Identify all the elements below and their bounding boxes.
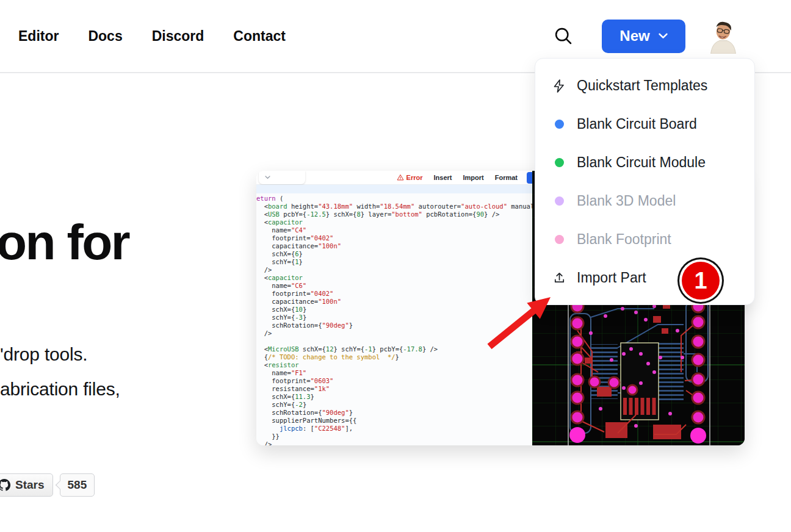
code-line: schY={1} [256, 258, 532, 266]
import-button[interactable]: Import [463, 174, 483, 181]
code-lines[interactable]: eturn ( <board height="43.18mm" width="1… [256, 195, 532, 445]
pink-dot-icon [555, 235, 564, 244]
github-stars-label: Stars [15, 478, 45, 492]
code-line: /> [256, 329, 532, 337]
menu-item-label: Blank 3D Model [577, 193, 676, 209]
github-icon [0, 478, 11, 492]
hero-body-line-2: abrication files, [0, 372, 120, 406]
menu-item-label: Blank Circuit Module [577, 154, 706, 171]
hero-heading-fragment: on for [0, 214, 129, 271]
menu-item-label: Quickstart Templates [577, 77, 707, 94]
menu-item-label: Blank Circuit Board [577, 116, 697, 132]
tab-chevron-icon [265, 176, 270, 179]
run-button-sliver[interactable] [527, 172, 532, 184]
code-line: capacitance="100n" [256, 242, 532, 250]
github-star-count[interactable]: 585 [60, 473, 95, 497]
nav-right-group: New [553, 19, 791, 54]
upload-icon [551, 270, 567, 286]
menu-item-blank-footprint[interactable]: Blank Footprint [535, 220, 754, 259]
code-line: /> [256, 266, 532, 274]
hero-body-text: 'drop tools. abrication files, [0, 337, 120, 406]
new-button-label: New [619, 27, 649, 45]
new-dropdown-menu: Quickstart Templates Blank Circuit Board… [535, 58, 755, 305]
search-icon [554, 26, 573, 46]
hero-body-line-1: 'drop tools. [0, 337, 120, 372]
menu-item-label: Blank Footprint [577, 231, 671, 248]
editor-highlight-band [256, 185, 532, 193]
nav-item-docs[interactable]: Docs [88, 28, 122, 45]
code-line: <board height="43.18mm" width="18.54mm" … [256, 203, 532, 210]
warning-icon [397, 174, 404, 181]
code-line: <capacitor [256, 218, 532, 226]
menu-item-blank-circuit-board[interactable]: Blank Circuit Board [535, 105, 754, 143]
code-line: footprint="0402" [256, 290, 532, 298]
code-line: name="F1" [256, 369, 532, 377]
code-line: eturn ( [256, 195, 532, 203]
code-line: schX={10} [256, 306, 532, 314]
code-editor-pane: Error Insert Import Format eturn ( <boar… [256, 171, 532, 445]
code-line: schX={11.3} [256, 393, 532, 401]
search-button[interactable] [553, 26, 574, 46]
code-line: schRotation={"90deg"} [256, 409, 532, 417]
code-line: name="C6" [256, 282, 532, 290]
code-line: }} [256, 433, 532, 440]
code-line: {/* TODO: change to the symbol */} [256, 353, 532, 361]
blue-dot-icon [555, 120, 564, 129]
lightning-icon [551, 78, 567, 94]
tour-step-number: 1 [682, 262, 720, 300]
code-line: name="C4" [256, 226, 532, 234]
format-button[interactable]: Format [495, 174, 518, 181]
code-line: resistance="1k" [256, 385, 532, 393]
code-line: <resistor [256, 361, 532, 369]
menu-item-blank-3d-model[interactable]: Blank 3D Model [535, 182, 754, 220]
nav-links: Editor Docs Discord Contact [0, 28, 286, 45]
code-line: footprint="0603" [256, 377, 532, 385]
tour-step-badge: 1 [677, 257, 724, 304]
new-button[interactable]: New [602, 20, 685, 53]
code-line: jlcpcb: ["C22548"], [256, 425, 532, 433]
menu-item-label: Import Part [577, 270, 646, 286]
error-label: Error [406, 174, 423, 181]
error-indicator[interactable]: Error [397, 174, 423, 181]
menu-item-quickstart-templates[interactable]: Quickstart Templates [535, 66, 754, 105]
code-line: schX={6} [256, 250, 532, 258]
github-stars-button[interactable]: Stars [0, 473, 53, 497]
code-line: schY={-2} [256, 401, 532, 409]
code-line: supplierPartNumbers={{ [256, 417, 532, 425]
code-line: schY={-3} [256, 314, 532, 322]
menu-item-blank-circuit-module[interactable]: Blank Circuit Module [535, 143, 754, 182]
code-line: <capacitor [256, 274, 532, 282]
github-stars-widget: Stars 585 [0, 473, 95, 497]
code-line: /> [256, 440, 532, 445]
nav-item-contact[interactable]: Contact [233, 28, 286, 45]
code-line: <MicroUSB schX={12} schY={-1} pcbY={-17.… [256, 345, 532, 353]
code-line: footprint="0402" [256, 234, 532, 242]
editor-file-tab[interactable] [259, 171, 305, 184]
green-dot-icon [555, 158, 564, 167]
nav-item-editor[interactable]: Editor [18, 28, 59, 45]
chevron-down-icon [659, 33, 668, 39]
code-line: <USB pcbY={-12.5} schX={8} layer="bottom… [256, 210, 532, 218]
purple-dot-icon [555, 196, 564, 206]
code-line: capacitance="100n" [256, 298, 532, 306]
code-line [256, 337, 532, 345]
nav-item-discord[interactable]: Discord [152, 28, 204, 45]
user-avatar[interactable] [707, 19, 740, 54]
insert-button[interactable]: Insert [434, 174, 452, 181]
code-line: schRotation={"90deg"} [256, 322, 532, 329]
